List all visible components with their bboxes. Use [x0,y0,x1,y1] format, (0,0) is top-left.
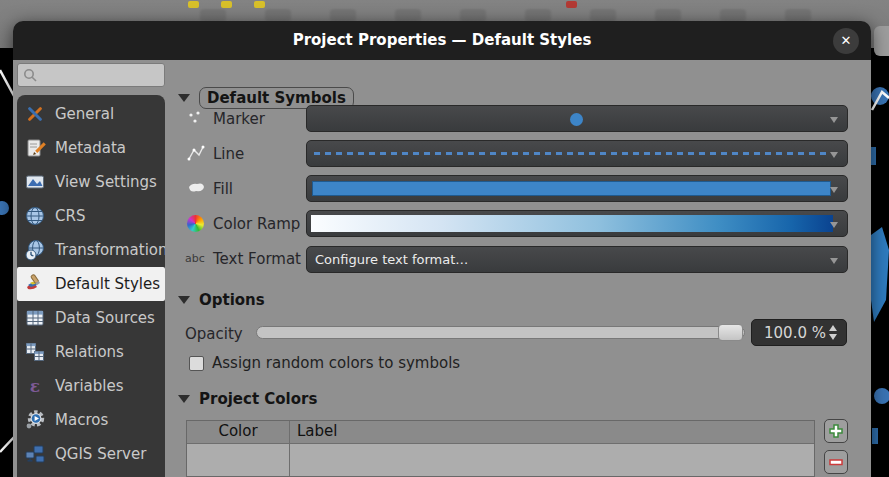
sidebar-item-label: Metadata [55,139,126,157]
collapse-triangle-icon [178,94,190,102]
opacity-spinbox[interactable]: 100.0 % [751,319,847,346]
dialog-title: Project Properties — Default Styles [13,21,871,60]
transformations-globe-clock-icon [24,239,46,261]
qgis-server-network-icon [24,443,46,465]
plus-icon [828,423,844,439]
sidebar-item-label: CRS [55,207,85,225]
fill-preview [312,181,831,196]
dialog-titlebar: Project Properties — Default Styles ✕ [13,21,871,60]
data-sources-table-icon [24,307,46,329]
section-project-colors-header[interactable]: Project Colors [178,390,317,408]
line-preview [314,152,827,155]
sidebar-item-metadata[interactable]: Metadata [17,131,165,165]
sidebar-item-crs[interactable]: CRS [17,199,165,233]
color-ramp-label: Color Ramp [213,215,300,233]
dropdown-arrow-icon [830,152,838,158]
sidebar-item-label: Relations [55,343,124,361]
macros-gear-play-icon [24,409,46,431]
default-color-ramp-dropdown[interactable] [306,210,848,237]
text-format-value: Configure text format… [315,252,468,267]
default-line-dropdown[interactable] [306,140,848,167]
dropdown-arrow-icon [830,258,838,264]
dialog-body: General Metadata View Settings CRS Trans… [13,60,871,477]
sidebar-item-label: Variables [55,377,124,395]
section-title: Project Colors [199,390,317,408]
screen: Project Properties — Default Styles ✕ Ge… [0,0,889,477]
sidebar-item-label: Data Sources [55,309,155,327]
collapse-triangle-icon [178,395,190,403]
column-header-label: Label [297,422,337,440]
fill-label: Fill [213,180,233,198]
sidebar-item-label: Macros [55,411,108,429]
general-tools-icon [24,103,46,125]
minus-icon [828,454,844,470]
sidebar-item-label: Transformations [55,241,165,259]
default-marker-dropdown[interactable] [306,105,848,132]
close-button[interactable]: ✕ [833,28,859,54]
marker-label: Marker [213,110,265,128]
sidebar-item-view-settings[interactable]: View Settings [17,165,165,199]
search-icon [23,68,38,87]
line-symbol-icon [185,143,207,165]
sidebar-item-label: General [55,105,114,123]
sidebar-nav: General Metadata View Settings CRS Trans… [17,95,165,477]
dropdown-arrow-icon [830,222,838,228]
text-format-abc-icon: abc [185,248,207,270]
add-color-button[interactable] [824,419,848,443]
opacity-slider[interactable] [256,326,745,339]
project-colors-table[interactable]: Color Label [186,420,815,477]
text-format-label: Text Format [213,250,301,268]
sidebar-item-label: View Settings [55,173,157,191]
sidebar-item-variables[interactable]: ε Variables [17,369,165,403]
sidebar-item-data-sources[interactable]: Data Sources [17,301,165,335]
sidebar-item-relations[interactable]: Relations [17,335,165,369]
color-ramp-preview [311,215,833,232]
random-colors-checkbox[interactable] [189,356,204,371]
spin-up-arrow-icon[interactable] [829,325,837,331]
default-text-format-dropdown[interactable]: Configure text format… [306,246,848,273]
sidebar-item-label: Default Styles [55,275,160,293]
opacity-slider-handle[interactable] [718,324,743,341]
fill-symbol-icon [185,178,207,200]
metadata-document-icon [24,137,46,159]
line-label: Line [213,145,244,163]
marker-preview [570,113,583,126]
crs-globe-icon [24,205,46,227]
dropdown-arrow-icon [830,117,838,123]
svg-text:ε: ε [30,376,40,396]
default-fill-dropdown[interactable] [306,175,848,202]
column-header-color: Color [187,422,289,440]
random-colors-label: Assign random colors to symbols [212,354,460,372]
sidebar-item-general[interactable]: General [17,97,165,131]
marker-symbol-icon [185,108,207,130]
sidebar-item-transformations[interactable]: Transformations [17,233,165,267]
search-input[interactable] [42,65,160,85]
section-title: Options [199,291,265,309]
column-divider [289,421,290,476]
variables-epsilon-icon: ε [24,375,46,397]
sidebar-item-label: QGIS Server [55,445,146,463]
table-header-row: Color Label [187,421,814,444]
dropdown-arrow-icon [830,187,838,193]
opacity-label: Opacity [185,325,243,343]
sidebar-item-qgis-server[interactable]: QGIS Server [17,437,165,471]
opacity-value: 100.0 % [764,324,826,342]
remove-color-button[interactable] [824,450,848,474]
color-ramp-wheel-icon [185,213,207,235]
project-properties-dialog: Project Properties — Default Styles ✕ Ge… [13,21,871,477]
section-options-header[interactable]: Options [178,291,265,309]
default-styles-paintbrush-icon [24,273,46,295]
sidebar-item-macros[interactable]: Macros [17,403,165,437]
sidebar-search [17,63,165,87]
view-settings-image-icon [24,171,46,193]
relations-tables-icon [24,341,46,363]
collapse-triangle-icon [178,296,190,304]
sidebar-item-default-styles[interactable]: Default Styles [17,267,165,301]
spin-down-arrow-icon[interactable] [829,334,837,340]
